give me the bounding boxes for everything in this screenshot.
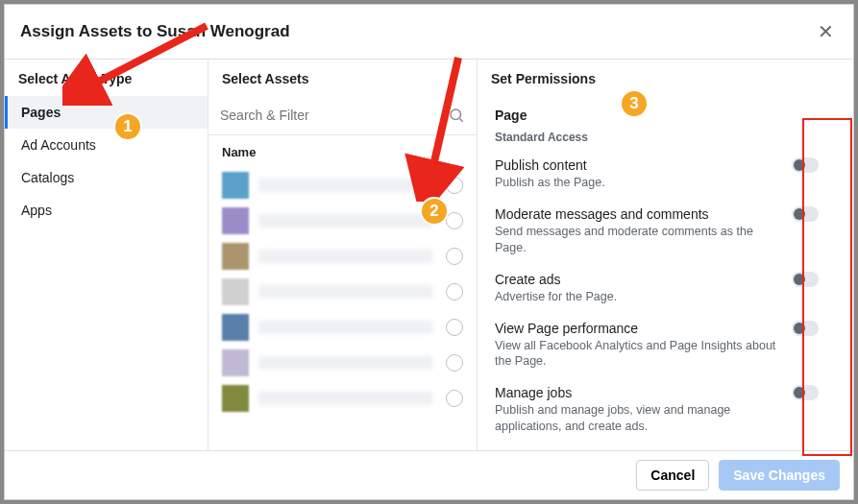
asset-radio[interactable] xyxy=(446,212,463,229)
asset-type-catalogs[interactable]: Catalogs xyxy=(5,161,208,194)
search-icon[interactable] xyxy=(448,107,465,124)
asset-row[interactable] xyxy=(208,380,477,416)
asset-type-column: Select Asset Type Pages Ad Accounts Cata… xyxy=(5,60,208,450)
cancel-button[interactable]: Cancel xyxy=(636,460,709,491)
asset-thumb xyxy=(222,243,249,270)
select-assets-heading: Select Assets xyxy=(208,60,477,96)
perm-title: Publish content xyxy=(495,157,788,173)
modal-title: Assign Assets to Susan Wenograd xyxy=(20,22,290,41)
asset-row[interactable] xyxy=(208,309,477,345)
asset-thumb xyxy=(222,349,249,376)
asset-type-label: Pages xyxy=(21,105,61,120)
perm-section-page: Page xyxy=(495,108,836,123)
perm-toggle[interactable] xyxy=(792,272,819,287)
save-changes-button[interactable]: Save Changes xyxy=(719,460,840,491)
modal-header: Assign Assets to Susan Wenograd ✕ xyxy=(5,5,853,60)
asset-type-label: Apps xyxy=(21,203,52,218)
asset-thumb xyxy=(222,278,249,305)
perm-desc: Publish and manage jobs, view and manage… xyxy=(495,402,788,435)
asset-list xyxy=(208,167,477,450)
perm-manage-jobs: Manage jobs Publish and manage jobs, vie… xyxy=(495,379,836,444)
svg-line-1 xyxy=(459,118,462,121)
perm-earnings-insights: View Earnings Insights View the earnings… xyxy=(495,444,836,450)
asset-name-blur xyxy=(258,179,432,192)
asset-thumb xyxy=(222,314,249,341)
asset-type-label: Ad Accounts xyxy=(21,137,96,153)
perm-toggle[interactable] xyxy=(792,157,819,173)
asset-name-blur xyxy=(258,250,432,263)
perm-desc: View all Facebook Analytics and Page Ins… xyxy=(495,338,788,371)
modal-columns: Select Asset Type Pages Ad Accounts Cata… xyxy=(5,60,853,450)
perm-toggle[interactable] xyxy=(792,385,819,400)
svg-point-0 xyxy=(451,109,461,120)
select-assets-column: Select Assets Name xyxy=(208,60,478,450)
perm-title: View Page performance xyxy=(495,321,788,336)
permissions-scroll[interactable]: Page Standard Access Publish content Pub… xyxy=(478,96,853,450)
asset-name-blur xyxy=(258,392,432,405)
asset-radio[interactable] xyxy=(446,283,463,300)
perm-publish-content: Publish content Publish as the Page. xyxy=(495,152,836,201)
asset-type-apps[interactable]: Apps xyxy=(5,194,208,227)
perm-toggle[interactable] xyxy=(792,321,819,336)
asset-type-ad-accounts[interactable]: Ad Accounts xyxy=(5,129,208,161)
asset-type-pages[interactable]: Pages xyxy=(5,96,208,129)
asset-name-blur xyxy=(258,356,432,370)
asset-name-header: Name xyxy=(208,135,477,167)
asset-thumb xyxy=(222,172,249,199)
perm-create-ads: Create ads Advertise for the Page. xyxy=(495,266,836,315)
asset-thumb xyxy=(222,207,249,234)
asset-type-label: Catalogs xyxy=(21,170,74,185)
perm-desc: Advertise for the Page. xyxy=(495,289,788,305)
perm-desc: Publish as the Page. xyxy=(495,175,788,191)
asset-type-list: Pages Ad Accounts Catalogs Apps xyxy=(5,96,208,227)
asset-radio[interactable] xyxy=(446,319,463,336)
asset-row[interactable] xyxy=(208,238,477,274)
perm-view-performance: View Page performance View all Facebook … xyxy=(495,315,836,380)
modal-footer: Cancel Save Changes xyxy=(5,450,853,499)
search-row xyxy=(208,96,477,135)
asset-row[interactable] xyxy=(208,345,477,380)
asset-thumb xyxy=(222,385,249,412)
perm-title: Manage jobs xyxy=(495,385,788,400)
asset-row[interactable] xyxy=(208,167,477,203)
asset-row[interactable] xyxy=(208,274,477,309)
asset-name-blur xyxy=(258,285,432,299)
asset-type-heading: Select Asset Type xyxy=(5,60,208,96)
perm-title: Moderate messages and comments xyxy=(495,206,788,222)
asset-radio[interactable] xyxy=(446,248,463,265)
asset-radio[interactable] xyxy=(446,177,463,194)
close-icon[interactable]: ✕ xyxy=(814,18,838,45)
perm-title: Create ads xyxy=(495,272,788,287)
asset-name-blur xyxy=(258,321,432,334)
asset-row[interactable] xyxy=(208,203,477,238)
search-input[interactable] xyxy=(220,102,448,129)
perm-moderate: Moderate messages and comments Send mess… xyxy=(495,201,836,266)
permissions-heading: Set Permissions xyxy=(478,60,853,96)
perm-subsection-standard: Standard Access xyxy=(495,131,836,144)
perm-desc: Send messages and moderate comments as t… xyxy=(495,224,788,256)
perm-toggle[interactable] xyxy=(792,206,819,222)
asset-name-blur xyxy=(258,214,432,228)
permissions-column: Set Permissions Page Standard Access Pub… xyxy=(478,60,853,450)
asset-radio[interactable] xyxy=(446,354,463,372)
asset-radio[interactable] xyxy=(446,390,463,407)
assign-assets-modal: Assign Assets to Susan Wenograd ✕ Select… xyxy=(4,4,854,500)
